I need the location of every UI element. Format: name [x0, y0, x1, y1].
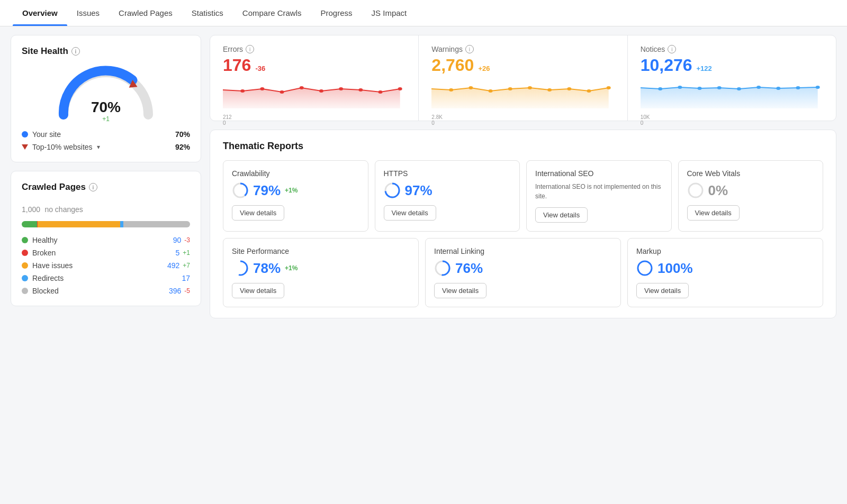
site-health-card: Site Health i 70% +1 [11, 35, 201, 162]
svg-point-25 [737, 87, 741, 90]
blocked-label: Blocked [32, 287, 59, 295]
broken-label: Broken [32, 249, 56, 257]
markup-circle-icon [636, 260, 653, 277]
cwv-score-row: 0% [687, 182, 815, 199]
notices-bottom-label: 0 [641, 120, 644, 126]
site-health-title: Site Health i [22, 46, 190, 57]
crawlability-score-row: 79% +1% [232, 182, 359, 199]
top10-dropdown-icon[interactable]: ▾ [97, 143, 100, 151]
warnings-label-text: Warnings [431, 45, 463, 53]
your-site-dot [22, 131, 28, 138]
markup-score-row: 100% [636, 260, 814, 277]
nav-statistics[interactable]: Statistics [182, 0, 233, 26]
errors-sparkline: 212 0 [223, 79, 406, 111]
broken-value: 5 [176, 249, 180, 257]
your-site-value: 70% [175, 130, 190, 139]
svg-point-23 [697, 87, 701, 90]
svg-point-29 [815, 86, 819, 89]
top10-label: Top-10% websites [32, 143, 93, 151]
blocked-delta: -5 [184, 287, 190, 295]
site-perf-name: Site Performance [232, 247, 410, 255]
your-site-row: Your site 70% [22, 130, 190, 139]
svg-point-34 [689, 184, 702, 197]
crawled-number: 1,000 [22, 205, 40, 214]
errors-value: 176 [223, 56, 251, 75]
internal-linking-view-details-button[interactable]: View details [434, 283, 486, 298]
crawled-status: no changes [44, 205, 83, 214]
redirects-label: Redirects [32, 274, 64, 282]
notices-info-icon[interactable]: i [668, 45, 676, 53]
right-panel: Errors i 176 -36 [210, 35, 836, 318]
intl-seo-view-details-button[interactable]: View details [535, 207, 588, 223]
main-content: Site Health i 70% +1 [0, 26, 847, 327]
crawlability-name: Crawlability [232, 169, 359, 178]
cwv-view-details-button[interactable]: View details [687, 205, 740, 221]
internal-linking-score: 76% [455, 260, 483, 277]
issues-delta: +7 [183, 262, 190, 269]
nav-progress[interactable]: Progress [311, 0, 362, 26]
warnings-main: 2,760 +26 [431, 56, 614, 75]
svg-point-18 [567, 87, 572, 90]
blocked-value: 396 [169, 287, 181, 295]
healthy-value: 90 [173, 236, 182, 244]
warnings-delta: +26 [478, 65, 490, 72]
markup-view-details-button[interactable]: View details [636, 283, 689, 298]
top10-value: 92% [175, 143, 190, 151]
nav-issues[interactable]: Issues [67, 0, 109, 26]
svg-point-28 [796, 86, 800, 89]
left-panel: Site Health i 70% +1 [11, 35, 201, 318]
blocked-dot [22, 288, 28, 294]
nav-js-impact[interactable]: JS Impact [362, 0, 417, 26]
gauge-svg: 70% +1 [53, 62, 159, 123]
site-perf-view-details-button[interactable]: View details [232, 283, 284, 298]
crawlability-view-details-button[interactable]: View details [232, 205, 284, 221]
crawled-legend: Healthy 90 -3 Broken 5 +1 [22, 236, 190, 295]
errors-section: Errors i 176 -36 [210, 35, 419, 121]
crawled-issues-row: Have issues 492 +7 [22, 261, 190, 270]
svg-point-14 [489, 89, 493, 93]
svg-point-4 [260, 87, 264, 90]
site-perf-delta: +1% [285, 264, 298, 272]
internal-linking-score-row: 76% [434, 260, 612, 277]
warnings-value: 2,760 [431, 56, 474, 75]
svg-point-6 [300, 86, 304, 89]
svg-point-21 [658, 87, 662, 90]
svg-point-5 [280, 90, 284, 94]
bar-healthy [22, 221, 37, 227]
nav-compare-crawls[interactable]: Compare Crawls [233, 0, 311, 26]
site-perf-score: 78% [253, 260, 281, 277]
issues-label: Have issues [32, 261, 73, 270]
svg-point-26 [756, 86, 761, 89]
svg-point-19 [587, 89, 591, 93]
warnings-section: Warnings i 2,760 +26 [419, 35, 627, 121]
gauge-container: 70% +1 [22, 57, 190, 123]
svg-point-10 [379, 90, 383, 94]
notices-label: Notices i [641, 45, 823, 53]
crawled-pages-info-icon[interactable]: i [89, 183, 97, 191]
bar-blocked [123, 221, 190, 227]
crawlability-delta: +1% [285, 187, 298, 194]
notices-main: 10,276 +122 [641, 56, 823, 75]
report-markup: Markup 100% View details [627, 238, 823, 307]
svg-text:+1: +1 [102, 115, 110, 123]
svg-point-36 [233, 261, 247, 275]
report-https: HTTPS 97% View details [375, 160, 520, 232]
nav-overview[interactable]: Overview [13, 0, 67, 26]
svg-point-24 [717, 86, 721, 89]
thematic-top-grid: Crawlability 79% +1% View details HTTPS [223, 160, 823, 232]
healthy-label: Healthy [32, 236, 57, 244]
warnings-bottom-label: 0 [431, 120, 435, 126]
svg-point-15 [508, 87, 512, 90]
nav-crawled-pages[interactable]: Crawled Pages [109, 0, 182, 26]
errors-label: Errors i [223, 45, 406, 53]
svg-point-12 [449, 88, 454, 91]
site-health-info-icon[interactable]: i [71, 47, 80, 56]
markup-score: 100% [657, 260, 693, 277]
errors-info-icon[interactable]: i [246, 45, 254, 53]
https-view-details-button[interactable]: View details [384, 205, 436, 221]
top10-row: Top-10% websites ▾ 92% [22, 143, 190, 151]
svg-point-22 [678, 86, 682, 89]
warnings-info-icon[interactable]: i [465, 45, 474, 53]
site-health-label: Site Health [22, 46, 68, 57]
intl-seo-desc: International SEO is not implemented on … [535, 182, 663, 201]
